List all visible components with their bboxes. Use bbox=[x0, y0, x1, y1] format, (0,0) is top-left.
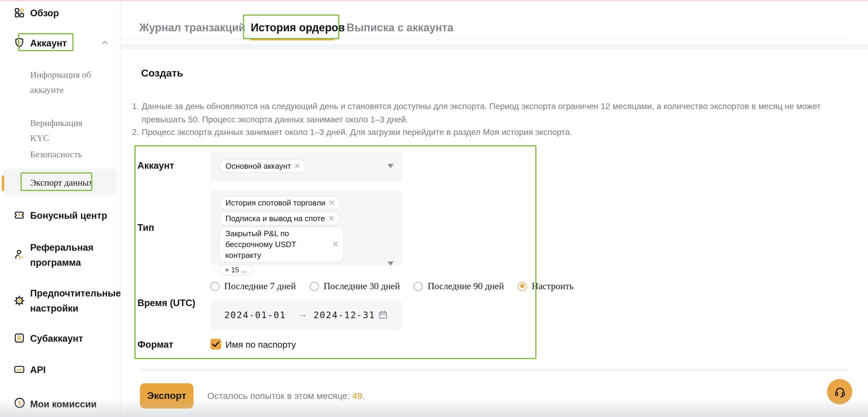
svg-text:$+: $+ bbox=[19, 254, 24, 259]
close-icon[interactable]: ✕ bbox=[332, 239, 339, 250]
svg-text:API: API bbox=[16, 368, 22, 372]
sidebar-item-label: Предпочтительные настройки bbox=[30, 286, 116, 316]
type-chip[interactable]: Закрытый P&L по бессрочному USDT контрак… bbox=[219, 227, 344, 263]
type-more-chip[interactable]: + 15 ... bbox=[219, 264, 253, 275]
referral-person-icon: $+ bbox=[13, 248, 25, 260]
top-hairline bbox=[0, 0, 868, 1]
radio-circle[interactable] bbox=[310, 282, 319, 291]
close-icon[interactable]: ✕ bbox=[329, 198, 335, 207]
footer-divider bbox=[141, 370, 848, 370]
tab-transaction-log[interactable]: Журнал транзакций bbox=[139, 22, 245, 34]
header-divider bbox=[121, 39, 848, 40]
note-text: Процесс экспорта данных занимает около 1… bbox=[142, 126, 849, 139]
passport-name-checkbox-label[interactable]: Имя по паспорту bbox=[225, 339, 296, 350]
note-number: 2. bbox=[132, 126, 142, 139]
sidebar-item-label: Мои комиссии bbox=[30, 396, 116, 412]
export-notes: 1. Данные за день обновляются на следующ… bbox=[132, 100, 849, 139]
close-icon[interactable]: ✕ bbox=[294, 161, 301, 170]
grid-icon bbox=[13, 7, 25, 19]
time-range-radio-group: Последние 7 дней Последние 30 дней После… bbox=[210, 281, 587, 292]
shield-icon bbox=[13, 37, 25, 49]
note-item: 2. Процесс экспорта данных занимает окол… bbox=[132, 126, 849, 139]
arrow-right-icon: → bbox=[299, 309, 307, 319]
bottom-gradient bbox=[0, 398, 868, 417]
account-select[interactable]: Основной аккаунт ✕ bbox=[210, 151, 402, 181]
support-chat-button[interactable] bbox=[827, 379, 852, 404]
radio-custom-range[interactable]: Настроить bbox=[518, 281, 574, 292]
gear-icon bbox=[13, 295, 25, 307]
tab-account-statement[interactable]: Выписка с аккаунта bbox=[347, 22, 453, 34]
checkmark-icon bbox=[210, 339, 221, 350]
sidebar-item-data-export[interactable]: Экспорт данных bbox=[30, 175, 104, 190]
radio-circle-selected[interactable] bbox=[518, 282, 527, 291]
attempts-count: 49 bbox=[352, 390, 362, 401]
sidebar-item-label: Обзор bbox=[30, 5, 116, 21]
api-icon: API bbox=[13, 363, 25, 376]
radio-last-7-days[interactable]: Последние 7 дней bbox=[210, 281, 296, 292]
page-title: Создать bbox=[141, 67, 183, 79]
sidebar-active-indicator bbox=[2, 175, 4, 191]
date-to-input[interactable]: 2024-12-31 bbox=[313, 310, 375, 321]
type-chip[interactable]: История спотовой торговли ✕ bbox=[219, 196, 340, 210]
date-from-input[interactable]: 2024-01-01 bbox=[224, 310, 286, 321]
date-range-picker[interactable]: 2024-01-01 → 2024-12-31 bbox=[210, 300, 402, 330]
radio-last-90-days[interactable]: Последние 90 дней bbox=[414, 281, 504, 292]
coupon-icon bbox=[13, 209, 25, 221]
sidebar-item-account-info[interactable]: Информация об аккаунте bbox=[30, 67, 104, 98]
type-field-label: Тип bbox=[137, 222, 154, 233]
caret-down-icon bbox=[388, 261, 394, 266]
time-field-label: Время (UTC) bbox=[137, 298, 195, 309]
note-item: 1. Данные за день обновляются на следующ… bbox=[132, 100, 849, 126]
close-icon[interactable]: ✕ bbox=[328, 214, 335, 223]
sidebar-item-security[interactable]: Безопасность bbox=[30, 147, 104, 162]
export-data-page: Обзор Аккаунт Информация об аккаунте Вер… bbox=[0, 0, 868, 417]
radio-last-30-days[interactable]: Последние 30 дней bbox=[310, 281, 400, 292]
account-field-label: Аккаунт bbox=[137, 160, 174, 171]
sidebar-item-label: API bbox=[30, 362, 116, 377]
subaccount-icon bbox=[13, 332, 25, 344]
section-separator bbox=[121, 44, 868, 50]
dollar-circle-icon: $ bbox=[13, 396, 25, 409]
radio-circle[interactable] bbox=[414, 282, 423, 291]
sidebar-item-kyc[interactable]: Верификация KYC bbox=[30, 116, 104, 146]
sidebar-item-label: Реферальная программа bbox=[30, 240, 116, 270]
note-text: Данные за день обновляются на следующий … bbox=[142, 100, 849, 126]
sidebar: Обзор Аккаунт Информация об аккаунте Вер… bbox=[0, 1, 121, 417]
account-chip[interactable]: Основной аккаунт ✕ bbox=[219, 159, 306, 173]
active-tab-underline bbox=[250, 38, 334, 40]
type-select[interactable]: История спотовой торговли ✕ Подписка и в… bbox=[210, 190, 402, 265]
passport-name-checkbox[interactable] bbox=[210, 339, 221, 350]
caret-down-icon bbox=[388, 164, 394, 168]
calendar-icon[interactable] bbox=[378, 310, 388, 320]
chevron-up-icon[interactable] bbox=[100, 38, 110, 47]
radio-circle[interactable] bbox=[210, 282, 219, 291]
sidebar-item-label: Субаккаунт bbox=[30, 331, 116, 346]
attempts-remaining-text: Осталось попыток в этом месяце: 49. bbox=[207, 390, 365, 401]
format-field-label: Формат bbox=[137, 339, 173, 350]
export-button[interactable]: Экспорт bbox=[140, 383, 193, 409]
type-chip[interactable]: Подписка и вывод на споте ✕ bbox=[219, 211, 340, 225]
sidebar-item-label: Бонусный центр bbox=[30, 208, 116, 223]
tab-order-history[interactable]: История ордеров bbox=[251, 22, 345, 34]
note-number: 1. bbox=[132, 100, 142, 126]
svg-text:$: $ bbox=[18, 400, 21, 406]
headset-icon bbox=[833, 385, 846, 398]
